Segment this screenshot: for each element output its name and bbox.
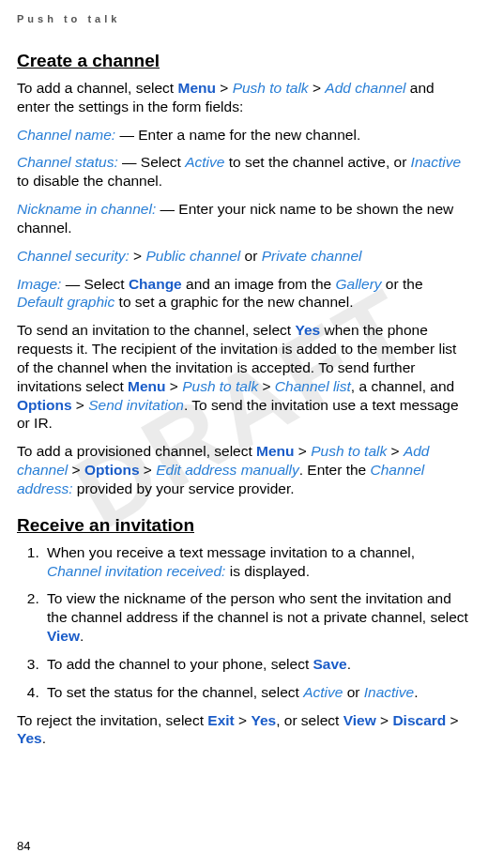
field-channel-name: Channel name: — Enter a name for the new…	[17, 126, 471, 145]
menu-path: Menu	[177, 80, 215, 96]
section-title-receive: Receive an invitation	[17, 515, 471, 536]
list-item: To set the status for the channel, selec…	[43, 683, 471, 702]
page-content: Push to talk Create a channel To add a c…	[17, 13, 471, 748]
provisioned-channel: To add a provisioned channel, select Men…	[17, 442, 471, 497]
field-nickname: Nickname in channel: — Enter your nick n…	[17, 200, 471, 237]
list-item: To add the channel to your phone, select…	[43, 655, 471, 674]
field-channel-status: Channel status: — Select Active to set t…	[17, 153, 471, 190]
list-item: To view the nickname of the person who s…	[43, 589, 471, 645]
menu-path: Add channel	[325, 80, 405, 96]
receive-steps: When you receive a text message invitati…	[17, 543, 471, 702]
menu-path: Push to talk	[233, 80, 309, 96]
send-invitation: To send an invitation to the channel, se…	[17, 321, 471, 433]
page-header: Push to talk	[17, 13, 471, 24]
list-item: When you receive a text message invitati…	[43, 543, 471, 581]
field-image: Image: — Select Change and an image from…	[17, 275, 471, 312]
page-number: 84	[17, 839, 30, 853]
reject-invitation: To reject the invitation, select Exit > …	[17, 711, 471, 749]
section-title-create: Create a channel	[17, 51, 471, 71]
create-intro: To add a channel, select Menu > Push to …	[17, 79, 471, 116]
field-security: Channel security: > Public channel or Pr…	[17, 247, 471, 266]
